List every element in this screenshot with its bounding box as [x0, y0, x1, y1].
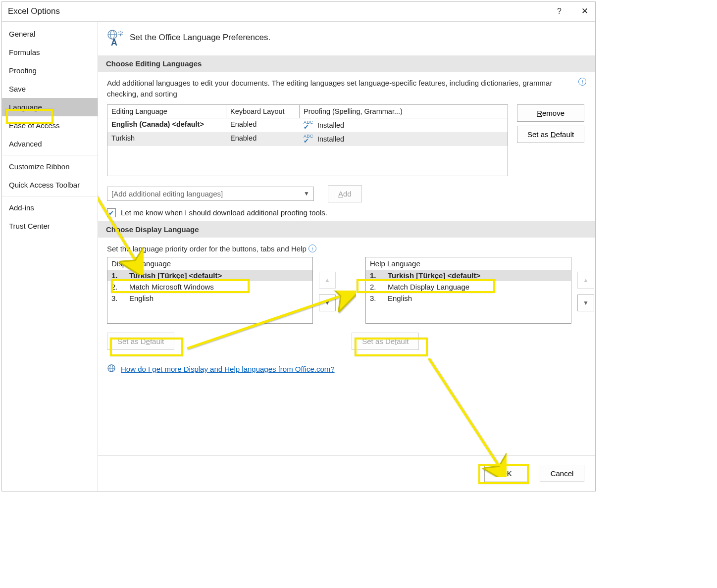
list-item[interactable]: 2. Match Microsoft Windows [107, 281, 312, 293]
add-language-combo[interactable]: [Add additional editing languages] ▼ [107, 187, 314, 201]
svg-text:字: 字 [118, 31, 123, 37]
sidebar-item-quick-access-toolbar[interactable]: Quick Access Toolbar [2, 176, 98, 194]
section-display-title: Choose Display Language [98, 221, 595, 238]
proofing-check-icon: ABC✔ [304, 134, 313, 144]
cell-lang: English (Canada) <default> [107, 118, 226, 132]
list-item[interactable]: 1. Turkish [Türkçe] <default> [107, 270, 312, 281]
sidebar-item-formulas[interactable]: Formulas [2, 43, 98, 61]
help-icon[interactable]: ? [557, 7, 562, 16]
list-item[interactable]: 1. Turkish [Türkçe] <default> [366, 270, 571, 281]
section-editing-title: Choose Editing Languages [98, 55, 595, 72]
chevron-down-icon: ▼ [304, 190, 309, 197]
more-languages-link[interactable]: How do I get more Display and Help langu… [121, 365, 335, 373]
dialog-footer: OK Cancel [98, 455, 595, 491]
sidebar-item-ease-of-access[interactable]: Ease of Access [2, 116, 98, 135]
list-item[interactable]: 3. English [107, 293, 312, 304]
cell-proof: Installed [317, 135, 344, 143]
sidebar-item-advanced[interactable]: Advanced [2, 135, 98, 153]
table-row[interactable]: English (Canada) <default> Enabled ABC✔ … [107, 118, 508, 132]
display-description: Set the language priority order for the … [107, 244, 307, 254]
set-default-help-button[interactable]: Set as Default [352, 333, 419, 350]
cell-layout: Enabled [226, 132, 300, 146]
move-up-button[interactable]: ▲ [577, 272, 594, 289]
sidebar-item-customize-ribbon[interactable]: Customize Ribbon [2, 157, 98, 176]
language-globe-icon: 字 A [106, 29, 124, 47]
info-icon[interactable]: i [578, 78, 586, 86]
table-row[interactable]: Turkish Enabled ABC✔ Installed [107, 132, 508, 146]
titlebar: Excel Options ? ✕ [2, 2, 595, 21]
cancel-button[interactable]: Cancel [540, 465, 584, 482]
move-up-button[interactable]: ▲ [319, 272, 336, 289]
remove-button[interactable]: Remove [517, 104, 584, 122]
cell-lang: Turkish [107, 132, 226, 146]
help-language-list[interactable]: Help Language 1. Turkish [Türkçe] <defau… [365, 257, 571, 324]
close-icon[interactable]: ✕ [581, 6, 588, 16]
help-list-header: Help Language [366, 257, 571, 270]
sidebar-item-proofing[interactable]: Proofing [2, 61, 98, 80]
display-language-list[interactable]: Display Language 1. Turkish [Türkçe] <de… [107, 257, 313, 324]
globe-link-icon [107, 364, 116, 374]
ok-button[interactable]: OK [484, 465, 529, 482]
col-proofing: Proofing (Spelling, Grammar...) [300, 105, 508, 118]
move-down-button[interactable]: ▼ [577, 294, 594, 311]
dialog-body: General Formulas Proofing Save Language … [2, 21, 595, 491]
col-editing-language: Editing Language [107, 105, 226, 118]
sidebar-item-add-ins[interactable]: Add-ins [2, 198, 98, 217]
sidebar-item-save[interactable]: Save [2, 80, 98, 98]
editing-languages-table[interactable]: Editing Language Keyboard Layout Proofin… [107, 104, 508, 176]
dialog-title: Excel Options [8, 6, 60, 16]
cell-layout: Enabled [226, 118, 300, 132]
svg-text:A: A [111, 38, 117, 47]
sidebar-separator [2, 155, 98, 155]
cell-proof: Installed [317, 121, 344, 129]
notify-label: Let me know when I should download addit… [121, 208, 327, 217]
excel-options-dialog: Excel Options ? ✕ General Formulas Proof… [1, 1, 596, 491]
sidebar: General Formulas Proofing Save Language … [2, 22, 98, 491]
main-panel: 字 A Set the Office Language Preferences.… [98, 22, 595, 491]
page-title: Set the Office Language Preferences. [130, 33, 270, 43]
combo-placeholder: [Add additional editing languages] [111, 190, 223, 198]
col-keyboard-layout: Keyboard Layout [226, 105, 300, 118]
sidebar-item-language[interactable]: Language [2, 98, 98, 116]
editing-description: Add additional languages to edit your do… [107, 78, 573, 99]
sidebar-separator [2, 196, 98, 196]
set-default-display-button[interactable]: Set as Default [107, 333, 174, 350]
list-item[interactable]: 2. Match Display Language [366, 281, 571, 293]
sidebar-item-trust-center[interactable]: Trust Center [2, 217, 98, 235]
set-as-default-editing-button[interactable]: Set as Default [517, 126, 584, 143]
move-down-button[interactable]: ▼ [319, 294, 336, 311]
list-item[interactable]: 3. English [366, 293, 571, 304]
notify-checkbox[interactable]: ✔ [107, 208, 116, 217]
add-button[interactable]: Add [328, 185, 362, 202]
sidebar-item-general[interactable]: General [2, 25, 98, 43]
proofing-check-icon: ABC✔ [304, 120, 313, 130]
info-icon[interactable]: i [308, 245, 316, 252]
display-list-header: Display Language [107, 257, 312, 270]
